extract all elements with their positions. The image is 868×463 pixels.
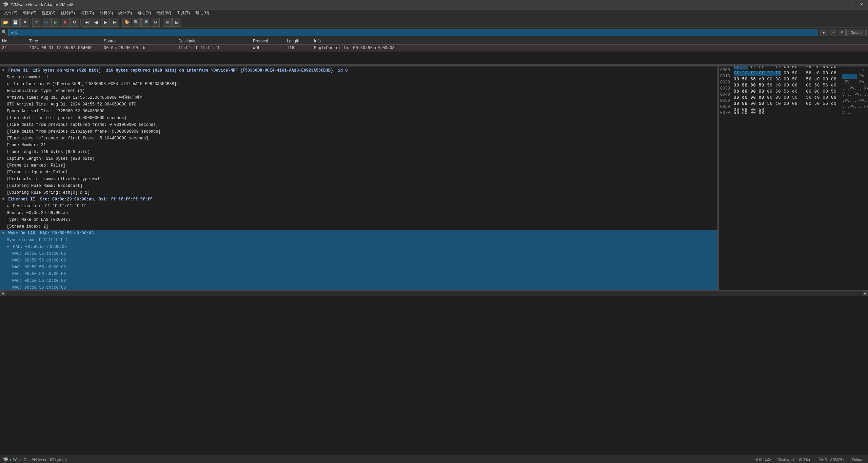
detail-line[interactable]: [Protocols in frame: eth:ethertype:wol] [0, 176, 717, 182]
hex-row[interactable]: 0070 56 c0 00 08 V... [720, 110, 867, 116]
scroll-right-arrow[interactable]: ▶ [863, 291, 868, 296]
zoom-out-button[interactable]: 🔎 [141, 18, 150, 27]
detail-line[interactable]: [Frame is ignored: False] [0, 169, 717, 176]
detail-line[interactable]: MAC: 00:50:56:c0:00:08 [0, 257, 717, 264]
status-profile[interactable]: Defau... [849, 458, 865, 462]
go-first-button[interactable]: ⏮ [82, 18, 91, 27]
detail-line[interactable]: Arrival Time: Aug 31, 2024 12:55:52.0640… [0, 94, 717, 101]
detail-line[interactable]: [Coloring Rule Name: Broadcast] [0, 182, 717, 189]
detail-line[interactable]: Epoch Arrival Time: 1725080152.064069000 [0, 108, 717, 115]
filter-apply-button[interactable]: → [829, 29, 837, 36]
hex-offset: 0000 [720, 67, 734, 73]
toolbar: 📂 💾 ✕ ↻ ⚙ ▶ ■ ⟳ ⏮ ◀ ▶ ⏭ 🎨 🔍 🔎 ⊙ [0, 17, 868, 28]
detail-line[interactable]: Frame Length: 116 bytes (928 bits) [0, 149, 717, 155]
menu-help[interactable]: 帮助(H) [193, 9, 212, 17]
detail-line[interactable]: UTC Arrival Time: Aug 31, 2024 04:55:52.… [0, 101, 717, 108]
app-icon: 🦈 [3, 2, 8, 7]
menu-view[interactable]: 视图(V) [39, 9, 58, 17]
col-header-proto[interactable]: Protocol [251, 39, 285, 43]
hex-panel: 0000 ff ff ff ff ff ff 00 0c 29 96 90 ab… [719, 66, 868, 290]
colorize-button[interactable]: 🎨 [122, 18, 131, 27]
go-last-icon: ⏭ [113, 20, 117, 25]
col-header-time[interactable]: Time [27, 39, 102, 43]
stop-capture-button[interactable]: ■ [61, 18, 70, 27]
zoom-in-button[interactable]: 🔍 [132, 18, 141, 27]
hex-offset: 0060 [720, 104, 734, 110]
detail-line[interactable]: [Frame is marked: False] [0, 162, 717, 169]
resize-icon: ⊞ [166, 20, 169, 24]
hex-ascii: .PV....PV....PV. [840, 79, 867, 85]
go-prev-button[interactable]: ◀ [92, 18, 100, 27]
menu-analyze[interactable]: 分析(A) [97, 9, 116, 17]
packet-detail-panel: ▼ Frame 31: 116 bytes on wire (928 bits)… [0, 66, 717, 290]
detail-line[interactable]: MAC: 00:50:56:c0:00:08 [0, 284, 717, 290]
packet-list-header: No. Time Source Destination Protocol Len… [0, 37, 868, 45]
expand-button[interactable]: ⊟ [172, 18, 181, 27]
detail-line[interactable]: ▼ MAC: 00:50:56:c0:00:08 [0, 244, 717, 250]
detail-line[interactable]: Sync stream: ffffffffffff [0, 237, 717, 244]
detail-line[interactable]: MAC: 00:50:56:c0:00:08 [0, 250, 717, 257]
detail-line[interactable]: ▶ Destination: ff:ff:ff:ff:ff:ff [0, 203, 717, 210]
detail-line[interactable]: Encapsulation type: Ethernet (1) [0, 88, 717, 94]
hex-row[interactable]: 0060 00 08 00 50 56 c0 00 08 00 50 56 c0… [720, 104, 867, 110]
detail-line[interactable]: Capture Length: 116 bytes (928 bits) [0, 155, 717, 162]
menu-tools[interactable]: 工具(T) [174, 9, 193, 17]
detail-line[interactable]: [Time shift for this packet: 0.000000000… [0, 115, 717, 121]
toolbar-sep3 [121, 19, 121, 26]
filter-dropdown-button[interactable]: ▼ [820, 29, 828, 36]
hex-offset: 0040 [720, 92, 734, 98]
col-header-no[interactable]: No. [0, 39, 27, 43]
filter-bookmark-button[interactable]: Default [846, 29, 867, 36]
capture-status-icon: ● [9, 458, 12, 462]
maximize-button[interactable]: □ [849, 2, 857, 8]
menu-go[interactable]: 跳转(G) [58, 9, 77, 17]
col-header-len[interactable]: Length [285, 39, 312, 43]
detail-line[interactable]: Frame Number: 31 [0, 142, 717, 149]
detail-line[interactable]: [Coloring Rule String: eth[0] & 1] [0, 189, 717, 196]
detail-line[interactable]: [Stream index: 2] [0, 223, 717, 230]
detail-line[interactable]: ▶ Interface id: 0 (\Device\NPF_{F53360D8… [0, 81, 717, 88]
detail-line[interactable]: MAC: 00:50:56:c0:00:08 [0, 277, 717, 284]
col-header-dest[interactable]: Destination [176, 39, 251, 43]
detail-line[interactable]: Section number: 1 [0, 74, 717, 81]
scroll-track[interactable] [5, 291, 863, 296]
open-file-button[interactable]: 📂 [1, 18, 10, 27]
filter-input[interactable] [8, 29, 818, 36]
capture-options-button[interactable]: ⚙ [42, 18, 51, 27]
filter-clear-button[interactable]: ✕ [838, 29, 846, 36]
table-row[interactable]: 31 2024-08-31 12:55:52.064069 00:0c:29:9… [0, 45, 868, 52]
wol-section-header[interactable]: ▼ Wake On LAN, MAC: 00:50:56:c0:00:08 [0, 230, 717, 237]
detail-line[interactable]: [Time delta from previous captured frame… [0, 121, 717, 128]
save-file-button[interactable]: 💾 [11, 18, 20, 27]
detail-line[interactable]: Type: Wake on LAN (0x0842) [0, 216, 717, 223]
menu-file[interactable]: 文件(F) [1, 9, 20, 17]
menu-edit[interactable]: 编辑(E) [20, 9, 39, 17]
horizontal-scrollbar[interactable]: ◀ ▶ [0, 290, 868, 296]
col-header-source[interactable]: Source [102, 39, 176, 43]
detail-line[interactable]: [Time delta from previous displayed fram… [0, 128, 717, 135]
detail-line[interactable]: [Time since reference or first frame: 5.… [0, 135, 717, 142]
close-file-button[interactable]: ✕ [20, 18, 29, 27]
close-button[interactable]: ✕ [857, 2, 865, 8]
menu-wireless[interactable]: 无线(W) [154, 9, 174, 17]
start-capture-button[interactable]: ▶ [51, 18, 60, 27]
detail-line[interactable]: MAC: 00:50:56:c0:00:08 [0, 271, 717, 277]
menu-stats[interactable]: 统计(S) [116, 9, 135, 17]
reload-button[interactable]: ↻ [32, 18, 41, 27]
menu-capture[interactable]: 捕获(C) [78, 9, 97, 17]
menu-telephony[interactable]: 电话(Y) [135, 9, 154, 17]
detail-line[interactable]: Source: 00:0c:29:96:90:ab [0, 210, 717, 216]
minimize-button[interactable]: ─ [840, 2, 848, 8]
frame-section-header[interactable]: ▼ Frame 31: 116 bytes on wire (928 bits)… [0, 67, 717, 74]
go-last-button[interactable]: ⏭ [111, 18, 119, 27]
col-header-info[interactable]: Info [312, 39, 868, 43]
ethernet-section-header[interactable]: ▼ Ethernet II, Src: 00:0c:29:96:90:ab, D… [0, 196, 717, 203]
scroll-left-arrow[interactable]: ◀ [0, 291, 5, 296]
restart-button[interactable]: ⟳ [70, 18, 79, 27]
resize-columns-button[interactable]: ⊞ [163, 18, 172, 27]
title-bar: 🦈 *VMware Network Adapter VMnet8 ─ □ ✕ [0, 0, 868, 9]
go-next-button[interactable]: ▶ [101, 18, 110, 27]
detail-line[interactable]: MAC: 00:50:56:c0:00:08 [0, 264, 717, 271]
packet-time: 2024-08-31 12:55:52.064069 [27, 46, 102, 51]
zoom-normal-button[interactable]: ⊙ [151, 18, 160, 27]
